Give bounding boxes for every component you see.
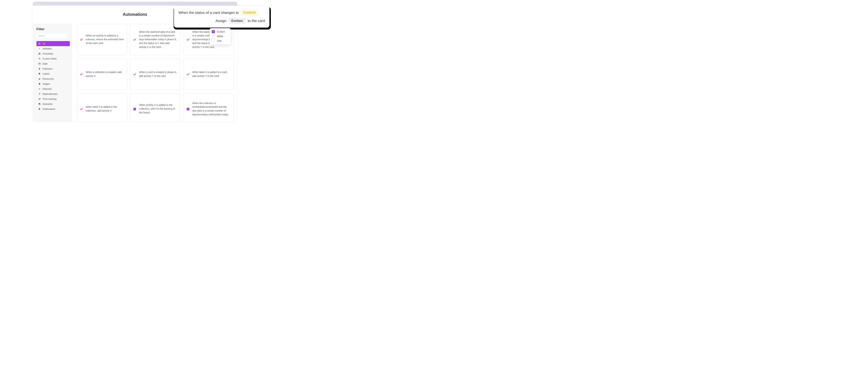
sidebar-item-label: Stages xyxy=(42,83,50,85)
sidebar-item-label: All xyxy=(42,42,45,45)
svg-rect-7 xyxy=(39,59,40,60)
automation-card[interactable]: When activity X is added to the collecti… xyxy=(130,93,180,122)
sidebar-item-stages[interactable]: Stages xyxy=(36,81,70,86)
svg-rect-9 xyxy=(39,63,40,65)
window-titlebar xyxy=(33,2,237,5)
dropdown-option-label: Evelien xyxy=(217,30,225,33)
sidebar-item-custom-fields[interactable]: Custom fields xyxy=(36,56,70,61)
cards-grid: When an activity is added to a subcard, … xyxy=(77,24,232,122)
svg-point-6 xyxy=(39,58,39,59)
sidebar-item-statuses[interactable]: Statuses xyxy=(36,86,70,91)
sidebar-item-all[interactable]: All xyxy=(36,41,70,46)
svg-rect-26 xyxy=(133,108,136,109)
shapes-icon xyxy=(38,57,41,60)
sidebar-item-label: Checklists xyxy=(42,53,53,55)
sidebar-item-label: Custom fields xyxy=(42,57,57,60)
automation-card-text: When an activity is added to a subcard, … xyxy=(86,34,124,45)
svg-marker-13 xyxy=(38,68,40,70)
automation-card-text: When the collection is scheduled/unsched… xyxy=(192,101,230,117)
sidebar-item-dependencies[interactable]: Dependencies xyxy=(36,91,70,96)
checkbox-icon xyxy=(212,30,215,33)
automation-card[interactable]: When label X is added to a card, add act… xyxy=(184,59,234,90)
assignee-dropdown[interactable]: EvelienNikitaLika xyxy=(210,28,230,44)
rule-text: to the card xyxy=(248,19,265,23)
assignee-chip[interactable]: Evelien xyxy=(228,18,246,24)
filter-heading: Filter xyxy=(36,27,70,31)
automation-card[interactable]: When a card is created in phase X, add a… xyxy=(130,59,180,90)
subcard-icon xyxy=(38,103,41,105)
filter-sidebar: Filter AllActivitiesChecklistsCustom fie… xyxy=(33,24,72,122)
sidebar-item-activities[interactable]: Activities xyxy=(36,46,70,51)
sidebar-item-label: Followers xyxy=(42,67,53,70)
automation-card[interactable]: When the start/end date of a card is a c… xyxy=(130,24,180,55)
svg-rect-19 xyxy=(39,103,40,104)
send-icon xyxy=(38,93,41,95)
sidebar-item-checklists[interactable]: Checklists xyxy=(36,51,70,56)
calendar-icon xyxy=(38,62,41,65)
clock-icon xyxy=(38,98,41,100)
sidebar-item-label: Dependencies xyxy=(42,93,58,95)
check-icon xyxy=(80,107,83,111)
puzzle-icon xyxy=(38,83,41,85)
search-input[interactable] xyxy=(36,33,67,38)
svg-point-21 xyxy=(39,110,40,110)
automation-card-text: When activity X is added to the collecti… xyxy=(139,103,177,115)
checkbox-icon xyxy=(212,39,215,42)
sidebar-item-subcards[interactable]: Subcards xyxy=(36,101,70,106)
automation-card[interactable]: When a collection is created, add activi… xyxy=(77,59,127,90)
sidebar-item-label: Time tracking xyxy=(42,98,57,100)
automation-card[interactable]: When label X is added to the collection,… xyxy=(77,93,127,122)
sidebar-item-notifications[interactable]: Notifications xyxy=(36,106,70,111)
sidebar-item-resources[interactable]: Resources xyxy=(36,76,70,81)
automation-card[interactable]: When the collection is scheduled/unsched… xyxy=(184,93,234,122)
calendar-icon xyxy=(186,107,190,111)
sidebar-item-date[interactable]: Date xyxy=(36,61,70,66)
svg-rect-24 xyxy=(134,108,134,108)
sidebar-item-label: Labels xyxy=(42,72,50,75)
person-plus-icon xyxy=(38,77,41,80)
bell-icon xyxy=(38,108,41,110)
list-icon xyxy=(38,53,41,55)
status-chip[interactable]: Control xyxy=(241,10,258,15)
sidebar-item-time-tracking[interactable]: Time tracking xyxy=(36,96,70,101)
dropdown-option-label: Lika xyxy=(217,39,221,42)
filter-nav: AllActivitiesChecklistsCustom fieldsDate… xyxy=(36,41,70,111)
automation-card-text: When a card is created in phase X, add a… xyxy=(139,70,177,78)
automation-card[interactable]: When an activity is added to a subcard, … xyxy=(77,24,127,55)
svg-point-14 xyxy=(39,73,39,73)
sidebar-item-label: Activities xyxy=(42,47,52,50)
rule-line-2: Assign Evelien to the card xyxy=(179,18,265,24)
sparkle-icon xyxy=(38,47,41,50)
sidebar-item-label: Statuses xyxy=(42,88,52,90)
sidebar-item-labels[interactable]: Labels xyxy=(36,71,70,76)
svg-point-15 xyxy=(39,78,39,79)
star-icon xyxy=(38,67,41,70)
check-icon xyxy=(133,72,136,76)
sidebar-item-label: Resources xyxy=(42,77,54,80)
tag-icon xyxy=(38,72,41,75)
check-icon xyxy=(133,38,136,41)
window-dot xyxy=(37,3,38,4)
rule-line-1: When the status of a card changes to Con… xyxy=(179,10,265,15)
window-dot xyxy=(35,3,36,4)
rule-text: Assign xyxy=(215,19,226,23)
heartbeat-icon xyxy=(38,88,41,90)
svg-rect-28 xyxy=(187,108,189,109)
check-icon xyxy=(186,72,190,76)
svg-rect-31 xyxy=(187,108,189,109)
dropdown-option-evelien[interactable]: Evelien xyxy=(212,30,229,34)
svg-rect-30 xyxy=(189,108,189,108)
svg-rect-29 xyxy=(187,108,187,108)
dropdown-option-lika[interactable]: Lika xyxy=(212,38,229,43)
dropdown-option-label: Nikita xyxy=(217,35,223,38)
sidebar-item-label: Date xyxy=(42,62,48,65)
svg-rect-25 xyxy=(135,108,135,108)
calendar-icon xyxy=(133,107,136,111)
content-area: Filter AllActivitiesChecklistsCustom fie… xyxy=(33,24,237,122)
svg-rect-23 xyxy=(133,108,136,109)
check-icon xyxy=(186,38,190,41)
checkbox-icon xyxy=(212,35,215,38)
sidebar-item-label: Notifications xyxy=(42,108,55,110)
dropdown-option-nikita[interactable]: Nikita xyxy=(212,34,229,38)
sidebar-item-followers[interactable]: Followers xyxy=(36,66,70,71)
